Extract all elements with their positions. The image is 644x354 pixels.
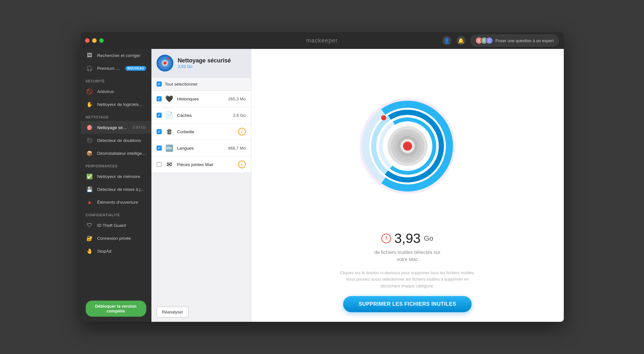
connexion-privee-icon: 🔐 [86, 234, 93, 242]
panel-header: Nettoyage sécurisé 3,93 Go [151, 49, 251, 78]
main-content: 🖼 Rechercher et corriger 🎧 Premium Serv.… [81, 49, 564, 322]
avatar-3: C [486, 37, 493, 44]
sidebar-item-elements-ouverture[interactable]: 🔺 Éléments d'ouverture [81, 196, 151, 209]
svg-point-4 [163, 61, 167, 65]
section-label-confidentialite: Confidentialité [81, 209, 151, 219]
pieces-jointes-icon: ✉ [165, 160, 174, 169]
detecteur-doublons-icon: ⚫ [86, 136, 93, 144]
sidebar-item-antivirus[interactable]: 🚫 Antivirus [81, 85, 151, 98]
historiques-size: 265,3 Mo [228, 97, 245, 101]
checkbox-historiques[interactable] [157, 96, 162, 101]
sidebar-item-detecteur-mises[interactable]: 💾 Détecteur de mises à j... [81, 183, 151, 196]
sidebar-item-label: Nettoyeur de logiciels... [97, 102, 146, 107]
sidebar: 🖼 Rechercher et corriger 🎧 Premium Serv.… [81, 49, 151, 322]
section-label-securite: Sécurité [81, 75, 151, 85]
chart-area [356, 62, 459, 231]
info-desc-line2: votre Mac [374, 256, 440, 263]
pieces-jointes-info-icon[interactable]: i [238, 161, 246, 168]
list-item-historiques[interactable]: 🖤 Historiques 265,3 Mo [151, 91, 251, 107]
sidebar-item-id-theft[interactable]: 🛡 ID Theft Guard [81, 219, 151, 232]
expert-avatars: A B C [476, 37, 493, 44]
panel-title-group: Nettoyage sécurisé 3,93 Go [178, 57, 231, 69]
info-size-row: ! 3,93 Go [374, 231, 440, 246]
stopad-icon: 🤚 [86, 247, 93, 255]
donut-chart [356, 95, 459, 198]
sidebar-item-desinstallateur[interactable]: 📦 Désinstallateur intellige... [81, 147, 151, 160]
sidebar-item-label: Premium Serv... [97, 66, 122, 71]
desinstallateur-icon: 📦 [86, 149, 93, 157]
checkbox-caches[interactable] [157, 113, 162, 118]
sidebar-item-nettoyeur-memoire[interactable]: ✅ Nettoyeur de mémoire [81, 170, 151, 183]
expert-button[interactable]: A B C Poser une question à un expert [471, 35, 559, 46]
langues-icon: 🔤 [165, 144, 174, 153]
select-all-row[interactable]: Tout sélectionner [151, 78, 251, 91]
sidebar-item-label: Antivirus [97, 89, 146, 94]
detecteur-mises-icon: 💾 [86, 185, 93, 193]
svg-point-18 [403, 142, 412, 151]
panel-title: Nettoyage sécurisé [178, 57, 231, 64]
list-item-corbeille[interactable]: 🗑 Corbeille i [151, 124, 251, 140]
sidebar-item-label: Rechercher et corriger [97, 53, 146, 58]
select-all-label: Tout sélectionner [165, 82, 198, 87]
sidebar-item-nettoyage-sec[interactable]: 🎯 Nettoyage séc... 3,93 Go [81, 121, 151, 134]
close-button[interactable] [85, 38, 90, 43]
sidebar-item-label: Nettoyeur de mémoire [97, 174, 146, 179]
langues-label: Langues [177, 146, 225, 151]
minimize-button[interactable] [92, 38, 97, 43]
reanalyze-button[interactable]: Réanalyser [157, 307, 189, 317]
sidebar-item-connexion-privee[interactable]: 🔐 Connexion privée [81, 232, 151, 245]
panel-icon [157, 55, 173, 71]
elements-ouverture-icon: 🔺 [86, 198, 93, 206]
notification-icon[interactable]: 🔔 [457, 36, 466, 45]
caches-size: 2,8 Go [233, 113, 245, 118]
svg-point-5 [168, 58, 170, 60]
titlebar-right: 👤 🔔 A B C Poser une question à un expert [442, 35, 559, 46]
list-item-langues[interactable]: 🔤 Langues 866,7 Mo [151, 140, 251, 156]
rechercher-icon: 🖼 [86, 51, 93, 59]
sidebar-item-stopad[interactable]: 🤚 StopAd [81, 245, 151, 257]
premium-icon: 🎧 [86, 64, 93, 72]
corbeille-label: Corbeille [177, 129, 235, 134]
panel-subtitle: 3,93 Go [178, 64, 231, 69]
user-icon[interactable]: 👤 [442, 36, 451, 45]
maximize-button[interactable] [99, 38, 104, 43]
sidebar-item-label: Nettoyage séc... [97, 125, 129, 130]
nettoyeur-memoire-icon: ✅ [86, 172, 93, 180]
checkbox-pieces-jointes[interactable] [157, 162, 162, 167]
sidebar-item-size: 3,93 Go [132, 125, 146, 130]
delete-files-button[interactable]: SUPPRIMER LES FICHIERS INUTILES [343, 296, 472, 312]
id-theft-icon: 🛡 [86, 221, 93, 229]
list-item-pieces-jointes[interactable]: ✉ Pièces jointes Mail i [151, 156, 251, 173]
sidebar-item-label: ID Theft Guard [97, 223, 146, 228]
info-area: ! 3,93 Go de fichiers inutiles détectés … [374, 231, 440, 263]
svg-point-19 [381, 115, 386, 120]
checkbox-corbeille[interactable] [157, 129, 162, 134]
corbeille-info-icon[interactable]: i [238, 128, 246, 135]
sidebar-item-premium[interactable]: 🎧 Premium Serv... NOUVEAU [81, 62, 151, 75]
center-panel: Nettoyage sécurisé 3,93 Go Tout sélectio… [151, 49, 251, 322]
section-label-nettoyage: Nettoyage [81, 111, 151, 121]
antivirus-icon: 🚫 [86, 88, 93, 95]
sidebar-item-label: Éléments d'ouverture [97, 200, 146, 205]
sidebar-item-rechercher[interactable]: 🖼 Rechercher et corriger [81, 49, 151, 62]
sidebar-item-label: StopAd [97, 249, 146, 254]
app-brand: mackeeper [306, 37, 338, 44]
sidebar-item-label: Détecteur de doublons [97, 138, 146, 143]
unlock-button[interactable]: Débloquer la version complète [86, 301, 146, 317]
alert-icon: ! [381, 234, 391, 243]
info-desc-line1: de fichiers inutiles détectés sur [374, 249, 440, 256]
section-label-performances: Performances [81, 160, 151, 170]
caches-icon: 📄 [165, 111, 174, 120]
langues-size: 866,7 Mo [228, 146, 245, 151]
hint-text: Cliquez sur le bouton ci-dessous pour su… [340, 270, 475, 290]
info-size-unit: Go [424, 234, 433, 243]
sidebar-item-nettoyeur-logiciels[interactable]: ✋ Nettoyeur de logiciels... [81, 98, 151, 111]
sidebar-item-detecteur-doublons[interactable]: ⚫ Détecteur de doublons [81, 134, 151, 147]
checkbox-langues[interactable] [157, 145, 162, 151]
panel-footer: Réanalyser [151, 302, 251, 322]
pieces-jointes-label: Pièces jointes Mail [177, 162, 235, 167]
select-all-checkbox[interactable] [157, 81, 162, 87]
list-item-caches[interactable]: 📄 Caches 2,8 Go [151, 107, 251, 124]
historiques-label: Historiques [177, 97, 225, 101]
right-content: ! 3,93 Go de fichiers inutiles détectés … [251, 49, 564, 322]
